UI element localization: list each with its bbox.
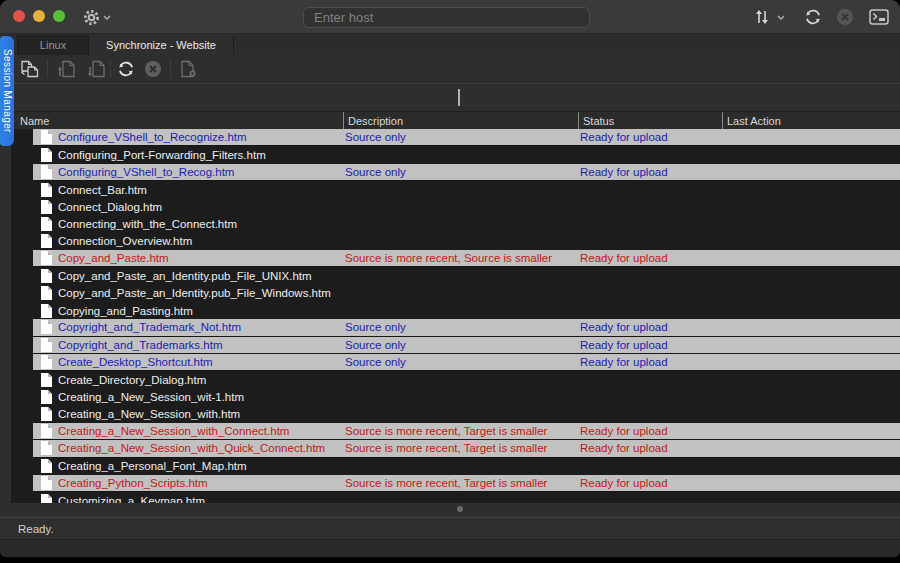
table-row[interactable]: Copy_and_Paste_an_Identity.pub_File_UNIX… <box>11 267 900 284</box>
file-name-cell: Connection_Overview.htm <box>58 235 345 247</box>
file-icon <box>33 494 58 503</box>
transfer-order-icon[interactable] <box>751 5 773 29</box>
row-indent <box>11 267 33 284</box>
tab-synchronize-website[interactable]: Synchronize - Website <box>88 35 234 55</box>
status-cell: Ready for upload <box>580 252 722 264</box>
file-name-cell: Copy_and_Paste_an_Identity.pub_File_UNIX… <box>58 270 345 282</box>
chevron-down-icon[interactable] <box>775 5 787 29</box>
table-row[interactable]: Configure_VShell_to_Recognize.htm Source… <box>11 129 900 146</box>
file-options-icon <box>176 59 200 79</box>
file-icon <box>33 148 58 162</box>
file-name-cell: Creating_a_New_Session_wit-1.htm <box>58 391 345 403</box>
titlebar <box>0 0 900 34</box>
table-row[interactable]: Connection_Overview.htm <box>11 233 900 250</box>
session-manager-label: Session Manager <box>2 49 13 133</box>
file-name-cell: Connect_Dialog.htm <box>58 201 345 213</box>
file-icon <box>33 320 58 334</box>
row-indent <box>11 388 33 405</box>
status-cell: Ready for upload <box>580 321 722 333</box>
row-indent <box>11 354 33 371</box>
table-row[interactable]: Connect_Dialog.htm <box>11 198 900 215</box>
terminal-icon[interactable] <box>866 5 892 29</box>
app-window: Linux Synchronize - Website Session Mana… <box>0 0 900 557</box>
horizontal-scrollbar[interactable] <box>11 503 900 517</box>
table-row[interactable]: Configuring_Port-Forwarding_Filters.htm <box>11 146 900 163</box>
table-header: Name Description Status Last Action <box>11 111 900 129</box>
file-name-cell: Create_Directory_Dialog.htm <box>58 374 345 386</box>
file-icon <box>33 476 58 490</box>
row-indent <box>11 181 33 198</box>
file-icon <box>33 441 58 455</box>
upload-file-icon <box>54 59 78 79</box>
file-icon <box>33 251 58 265</box>
host-input[interactable] <box>303 7 590 28</box>
toolbar <box>0 55 900 83</box>
table-row[interactable]: Creating_a_New_Session_with.htm <box>11 406 900 423</box>
row-indent <box>11 302 33 319</box>
table-row[interactable]: Connecting_with_the_Connect.htm <box>11 215 900 232</box>
table-row[interactable]: Copyright_and_Trademarks.htm Source only… <box>11 337 900 354</box>
refresh-icon[interactable] <box>114 59 138 79</box>
status-cell: Ready for upload <box>580 131 722 143</box>
refresh-icon[interactable] <box>801 5 825 29</box>
table-row[interactable]: Copyright_and_Trademark_Not.htm Source o… <box>11 319 900 336</box>
row-indent <box>11 164 33 181</box>
table-row[interactable]: Configuring_VShell_to_Recog.htm Source o… <box>11 164 900 181</box>
row-indent <box>11 492 33 503</box>
file-icon <box>33 165 58 179</box>
row-indent <box>11 146 33 163</box>
column-header-last-action[interactable]: Last Action <box>722 112 900 129</box>
file-name-cell: Creating_a_New_Session_with.htm <box>58 408 345 420</box>
table-row[interactable]: Connect_Bar.htm <box>11 181 900 198</box>
file-name-cell: Creating_a_New_Session_with_Connect.htm <box>58 425 345 437</box>
table-row[interactable]: Creating_a_Personal_Font_Map.htm <box>11 458 900 475</box>
scrollbar-thumb[interactable] <box>457 506 463 512</box>
file-icon <box>33 338 58 352</box>
tab-linux[interactable]: Linux <box>17 35 88 55</box>
row-indent <box>11 233 33 250</box>
status-cell: Ready for upload <box>580 166 722 178</box>
status-cell: Ready for upload <box>580 442 722 454</box>
session-manager-tab[interactable]: Session Manager <box>0 36 14 146</box>
column-header-description[interactable]: Description <box>343 112 578 129</box>
file-icon <box>33 183 58 197</box>
synchronize-files-icon[interactable] <box>18 59 42 79</box>
zoom-window-button[interactable] <box>53 10 65 22</box>
table-row[interactable]: Creating_a_New_Session_wit-1.htm <box>11 388 900 405</box>
file-icon <box>33 304 58 318</box>
row-indent <box>11 285 33 302</box>
minimize-window-button[interactable] <box>33 10 45 22</box>
chevron-down-icon[interactable] <box>101 5 113 29</box>
status-bar: Ready. <box>0 517 900 539</box>
column-header-status[interactable]: Status <box>578 112 722 129</box>
close-window-button[interactable] <box>13 10 25 22</box>
table-row[interactable]: Create_Directory_Dialog.htm <box>11 371 900 388</box>
row-indent <box>11 198 33 215</box>
file-name-cell: Configure_VShell_to_Recognize.htm <box>58 131 345 143</box>
table-row[interactable]: Creating_a_New_Session_with_Connect.htm … <box>11 423 900 440</box>
description-cell: Source is more recent, Target is smaller <box>345 442 580 454</box>
table-row[interactable]: Create_Desktop_Shortcut.htm Source only … <box>11 354 900 371</box>
description-cell: Source only <box>345 356 580 368</box>
status-cell: Ready for upload <box>580 477 722 489</box>
table-row[interactable]: Copying_and_Pasting.htm <box>11 302 900 319</box>
description-cell: Source only <box>345 339 580 351</box>
column-header-name[interactable]: Name <box>11 112 343 129</box>
file-name-cell: Connecting_with_the_Connect.htm <box>58 218 345 230</box>
table-row[interactable]: Copy_and_Paste_an_Identity.pub_File_Wind… <box>11 285 900 302</box>
tab-bar: Linux Synchronize - Website <box>0 35 900 55</box>
description-cell: Source only <box>345 321 580 333</box>
path-edit-field[interactable] <box>0 83 900 111</box>
download-file-icon <box>84 59 108 79</box>
cancel-icon <box>141 59 165 79</box>
text-caret <box>458 89 460 106</box>
gear-icon[interactable] <box>80 5 102 29</box>
table-row[interactable]: Copy_and_Paste.htm Source is more recent… <box>11 250 900 267</box>
row-indent <box>11 458 33 475</box>
file-name-cell: Creating_Python_Scripts.htm <box>58 477 345 489</box>
table-row[interactable]: Creating_a_New_Session_with_Quick_Connec… <box>11 440 900 457</box>
table-row[interactable]: Customizing_a_Keymap.htm <box>11 492 900 503</box>
description-cell: Source is more recent, Target is smaller <box>345 477 580 489</box>
file-name-cell: Copying_and_Pasting.htm <box>58 305 345 317</box>
table-row[interactable]: Creating_Python_Scripts.htm Source is mo… <box>11 475 900 492</box>
